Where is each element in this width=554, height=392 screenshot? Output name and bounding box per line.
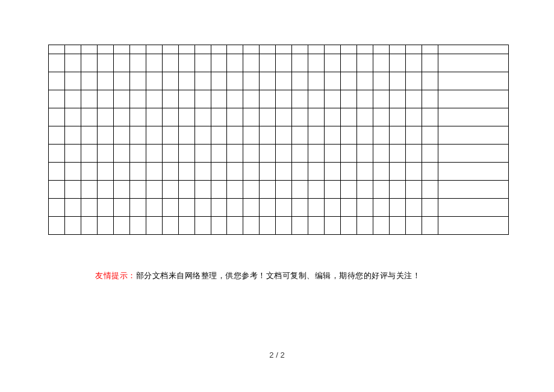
- table-cell: [325, 108, 341, 126]
- table-cell: [276, 181, 292, 199]
- table-cell: [129, 145, 146, 163]
- table-cell: [308, 199, 325, 217]
- table-cell: [422, 90, 438, 108]
- table-cell: [276, 163, 292, 181]
- table-cell: [405, 72, 422, 90]
- table-cell: [243, 45, 260, 54]
- table-cell: [146, 54, 162, 72]
- table-cell: [405, 54, 422, 72]
- table-cell: [81, 108, 97, 126]
- page-separator: /: [274, 350, 281, 359]
- table-cell: [405, 199, 422, 217]
- table-cell: [162, 45, 178, 54]
- table-cell: [97, 54, 113, 72]
- table-cell: [390, 45, 406, 54]
- notice-label: 友情提示：: [95, 271, 136, 280]
- table-cell: [211, 72, 227, 90]
- table-cell: [390, 217, 406, 235]
- table-cell: [373, 217, 390, 235]
- table-cell: [81, 54, 97, 72]
- grid-table: [48, 45, 509, 235]
- table-cell: [113, 199, 129, 217]
- page-total: 2: [280, 350, 284, 359]
- table-cell: [260, 145, 276, 163]
- table-cell: [325, 163, 341, 181]
- table-cell: [211, 163, 227, 181]
- table-cell: [422, 45, 438, 54]
- table-cell-wide: [438, 181, 508, 199]
- table-cell: [64, 163, 81, 181]
- table-cell: [195, 45, 211, 54]
- table-cell: [64, 90, 81, 108]
- table-cell: [341, 163, 357, 181]
- table-cell: [405, 126, 422, 145]
- table-cell: [405, 217, 422, 235]
- table-cell: [49, 145, 65, 163]
- table-cell-wide: [438, 126, 508, 145]
- table-cell: [97, 72, 113, 90]
- table-cell: [195, 90, 211, 108]
- table-cell: [373, 108, 390, 126]
- table-cell: [341, 199, 357, 217]
- table-cell: [373, 145, 390, 163]
- table-cell: [97, 181, 113, 199]
- table-cell: [243, 54, 260, 72]
- table-cell: [276, 217, 292, 235]
- table-cell: [373, 126, 390, 145]
- table-cell: [146, 145, 162, 163]
- page-number: 2 / 2: [0, 350, 554, 359]
- table-cell: [211, 126, 227, 145]
- table-cell: [227, 54, 243, 72]
- grid-table-container: [48, 45, 509, 235]
- table-cell-wide: [438, 45, 508, 54]
- table-cell: [178, 199, 195, 217]
- table-cell: [178, 90, 195, 108]
- table-cell: [260, 72, 276, 90]
- table-cell: [373, 45, 390, 54]
- table-cell: [260, 199, 276, 217]
- table-cell: [49, 217, 65, 235]
- table-cell: [129, 54, 146, 72]
- table-cell: [243, 126, 260, 145]
- table-cell: [292, 163, 308, 181]
- table-cell: [162, 126, 178, 145]
- table-cell: [81, 72, 97, 90]
- notice-block: 友情提示：部分文档来自网络整理，供您参考！文档可复制、编辑，期待您的好评与关注！: [95, 270, 420, 281]
- page-current: 2: [269, 350, 273, 359]
- table-cell: [97, 45, 113, 54]
- table-cell: [325, 181, 341, 199]
- table-cell: [276, 45, 292, 54]
- table-cell: [292, 126, 308, 145]
- table-cell: [146, 199, 162, 217]
- table-cell: [357, 72, 373, 90]
- table-cell: [49, 90, 65, 108]
- table-cell: [390, 181, 406, 199]
- table-cell: [390, 145, 406, 163]
- table-cell: [292, 199, 308, 217]
- table-cell: [357, 145, 373, 163]
- table-cell: [129, 181, 146, 199]
- table-cell: [97, 145, 113, 163]
- table-cell: [49, 54, 65, 72]
- table-cell: [195, 199, 211, 217]
- table-cell: [357, 45, 373, 54]
- table-cell: [308, 163, 325, 181]
- table-cell: [390, 199, 406, 217]
- table-cell: [195, 217, 211, 235]
- table-cell: [227, 181, 243, 199]
- table-cell: [357, 90, 373, 108]
- table-cell: [308, 126, 325, 145]
- table-cell: [357, 199, 373, 217]
- table-cell: [64, 199, 81, 217]
- table-cell: [97, 199, 113, 217]
- table-cell: [405, 108, 422, 126]
- table-cell: [195, 54, 211, 72]
- table-cell: [341, 90, 357, 108]
- table-cell: [341, 181, 357, 199]
- table-cell: [129, 163, 146, 181]
- table-cell: [211, 181, 227, 199]
- table-cell: [325, 45, 341, 54]
- table-cell: [260, 163, 276, 181]
- table-cell: [243, 72, 260, 90]
- table-cell: [422, 199, 438, 217]
